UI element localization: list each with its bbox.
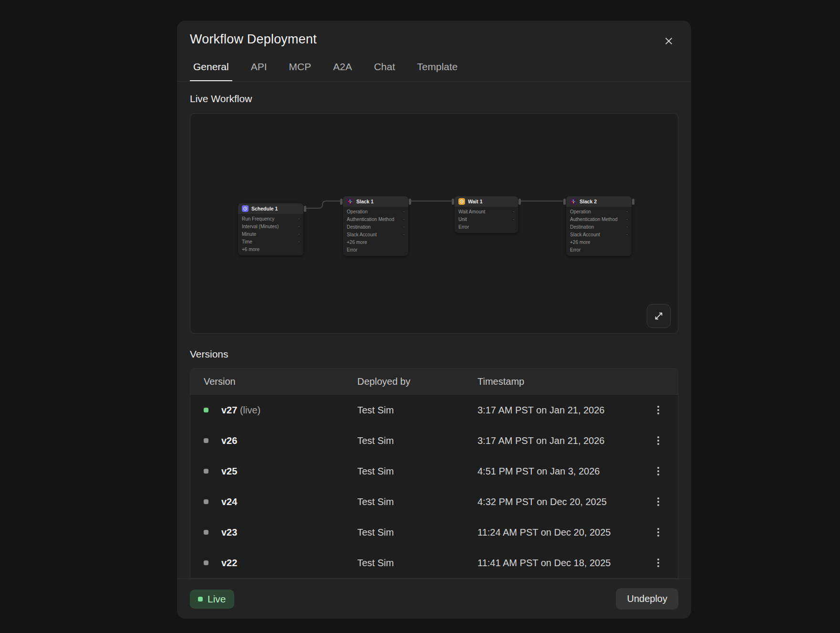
workflow-node-slack-1[interactable]: Slack 1 Operation - (343, 196, 408, 256)
field-label: Authentication Method (570, 217, 618, 222)
node-header: Slack 1 (343, 196, 408, 207)
table-row[interactable]: v26 Test Sim 3:17 AM PST on Jan 21, 2026 (190, 425, 678, 456)
expand-canvas-button[interactable] (647, 304, 671, 328)
node-error-field: Error (343, 246, 408, 253)
tab[interactable]: MCP (286, 61, 315, 81)
clock-icon (242, 205, 249, 212)
kebab-icon (657, 528, 659, 530)
node-field: Authentication Method - (566, 215, 632, 223)
field-value-placeholder: - (403, 217, 404, 222)
input-port[interactable] (563, 199, 566, 205)
tab[interactable]: API (248, 61, 270, 81)
table-row[interactable]: v27 (live) Test Sim 3:17 AM PST on Jan 2… (190, 395, 678, 425)
kebab-icon (657, 559, 659, 560)
node-fields: Run Frequency - Interval (Minutes) - Min… (238, 214, 303, 255)
expand-icon (653, 311, 664, 321)
node-field: Slack Account - (343, 231, 408, 238)
row-menu-button[interactable] (650, 524, 666, 540)
dialog-body: Live Workflow Schedule 1 (177, 82, 691, 579)
wait-timer-icon (458, 198, 465, 205)
kebab-icon (657, 406, 659, 408)
version-label: v27 (live) (221, 405, 357, 416)
field-label: Minute (242, 232, 256, 237)
output-port[interactable] (409, 199, 411, 205)
node-title: Slack 1 (356, 199, 373, 204)
workflow-node-schedule-1[interactable]: Schedule 1 Run Frequency - Int (238, 203, 303, 255)
row-menu-button[interactable] (650, 494, 666, 510)
live-workflow-title: Live Workflow (190, 93, 678, 105)
version-label: v25 (221, 466, 357, 477)
output-port[interactable] (632, 199, 634, 205)
node-field: Authentication Method - (343, 215, 408, 223)
table-row[interactable]: v24 Test Sim 4:32 PM PST on Dec 20, 2025 (190, 486, 678, 517)
row-menu-button[interactable] (650, 555, 666, 571)
tab[interactable]: A2A (330, 61, 355, 81)
workflow-node-wait-1[interactable]: Wait 1 Wait Amount - (455, 196, 518, 233)
input-port[interactable] (452, 199, 454, 205)
field-value-placeholder: - (403, 232, 404, 237)
row-menu-button[interactable] (650, 433, 666, 449)
output-port[interactable] (519, 199, 521, 205)
field-label: Slack Account (347, 232, 377, 237)
field-label: Run Frequency (242, 216, 274, 222)
table-row[interactable]: v25 Test Sim 4:51 PM PST on Jan 3, 2026 (190, 456, 678, 486)
field-value-placeholder: - (298, 239, 300, 244)
node-fields: Operation - Authentication Method - Dest… (566, 207, 632, 256)
field-label: Authentication Method (347, 217, 394, 222)
timestamp: 3:17 AM PST on Jan 21, 2026 (477, 405, 647, 416)
close-button[interactable] (661, 33, 677, 49)
field-value-placeholder: - (626, 224, 628, 229)
field-value-placeholder: - (626, 209, 628, 214)
tab[interactable]: Chat (371, 61, 398, 81)
undeploy-button[interactable]: Undeploy (616, 588, 678, 610)
slack-icon (570, 198, 577, 205)
table-row[interactable]: v22 Test Sim 11:41 AM PST on Dec 18, 202… (190, 548, 678, 578)
version-status-dot (204, 560, 208, 565)
field-value-placeholder: - (403, 209, 404, 214)
dialog-footer: Live Undeploy (177, 579, 691, 619)
node-field: Destination - (566, 223, 632, 231)
node-more-fields: +26 more (566, 238, 632, 246)
field-label: Operation (347, 209, 368, 214)
row-menu-button[interactable] (650, 463, 666, 479)
row-menu-button[interactable] (650, 402, 666, 418)
workflow-canvas[interactable]: Schedule 1 Run Frequency - Int (190, 113, 678, 334)
live-status-badge: Live (190, 590, 234, 609)
field-label: Time (242, 239, 252, 244)
node-field: Interval (Minutes) - (238, 222, 303, 230)
workflow-node-slack-2[interactable]: Slack 2 Operation - (566, 196, 632, 256)
node-header: Wait 1 (455, 196, 518, 207)
node-field: Time - (238, 238, 303, 245)
node-more-fields: +26 more (343, 238, 408, 246)
column-header-deployed-by: Deployed by (357, 376, 477, 387)
timestamp: 11:41 AM PST on Dec 18, 2025 (477, 558, 647, 569)
version-status-dot (204, 530, 208, 535)
version-label: v22 (221, 558, 357, 569)
table-body: v27 (live) Test Sim 3:17 AM PST on Jan 2… (190, 395, 678, 578)
node-header: Slack 2 (566, 196, 632, 207)
deployed-by: Test Sim (357, 466, 477, 477)
timestamp: 4:32 PM PST on Dec 20, 2025 (477, 496, 647, 507)
node-title: Schedule 1 (251, 206, 278, 211)
version-label: v23 (221, 527, 357, 538)
version-status-dot (204, 499, 208, 504)
deployed-by: Test Sim (357, 496, 477, 507)
node-error-field: Error (566, 246, 632, 253)
node-error-field: Error (455, 223, 518, 231)
node-field: Destination - (343, 223, 408, 231)
node-field: Operation - (566, 208, 632, 215)
output-port[interactable] (304, 206, 306, 212)
table-row[interactable]: v23 Test Sim 11:24 AM PST on Dec 20, 202… (190, 517, 678, 548)
node-field: Wait Amount - (455, 208, 518, 215)
versions-table: Version Deployed by Timestamp v27 (live)… (190, 368, 678, 579)
field-value-placeholder: - (403, 224, 404, 229)
live-status-dot (198, 597, 203, 601)
table-header-row: Version Deployed by Timestamp (190, 369, 678, 395)
version-status-dot (204, 469, 208, 474)
close-icon (664, 36, 674, 46)
kebab-icon (657, 436, 659, 438)
tab[interactable]: General (190, 61, 232, 81)
input-port[interactable] (340, 199, 342, 205)
kebab-icon (657, 467, 659, 469)
tab[interactable]: Template (414, 61, 461, 81)
